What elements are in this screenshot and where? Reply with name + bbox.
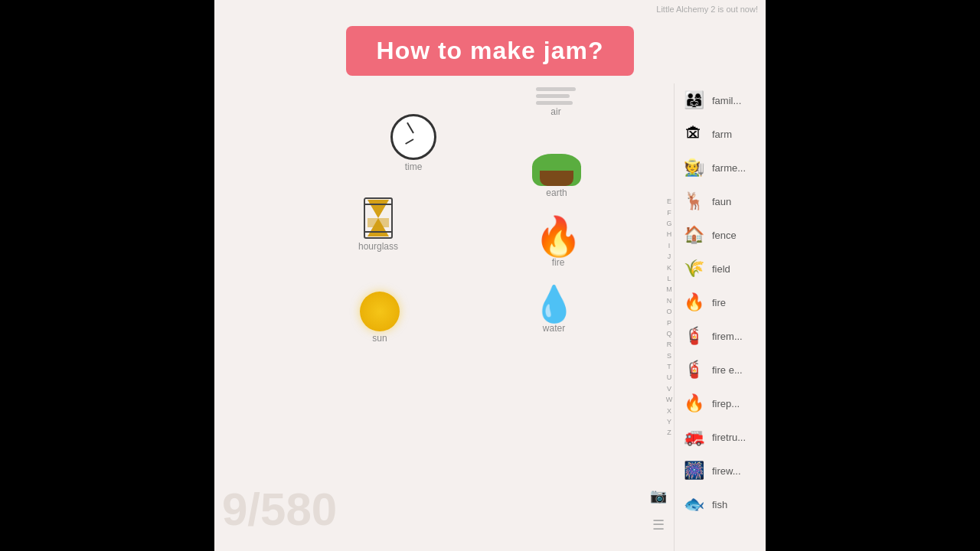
alpha-letter-i[interactable]: I <box>668 240 671 251</box>
alpha-letter-f[interactable]: F <box>667 207 671 218</box>
app-container: Little Alchemy 2 is out now! How to make… <box>214 0 766 551</box>
sidebar-item-fish[interactable]: 🐟fish <box>675 487 766 521</box>
faun-label: faun <box>712 196 731 207</box>
alpha-letter-v[interactable]: V <box>667 383 671 394</box>
fire-icon: 🔥 <box>534 217 582 256</box>
firetruck-label: firetru... <box>712 432 746 443</box>
sun-label: sun <box>372 333 387 344</box>
water-label: water <box>543 323 565 334</box>
alpha-letter-l[interactable]: L <box>667 273 671 284</box>
sidebar-item-fence[interactable]: 🏠fence <box>675 218 766 252</box>
air-icon <box>536 87 576 105</box>
sidebar-item-firetruck[interactable]: 🚒firetru... <box>675 420 766 454</box>
alpha-letter-g[interactable]: G <box>666 218 671 229</box>
title-row: How to make jam? <box>214 18 766 76</box>
canvas-element-air[interactable]: air <box>536 87 576 117</box>
fire-icon: 🔥 <box>680 289 707 316</box>
canvas-element-sun[interactable]: sun <box>360 292 400 344</box>
sidebar-item-field[interactable]: 🌾field <box>675 252 766 285</box>
canvas-element-time[interactable]: time <box>390 114 436 172</box>
alpha-letter-m[interactable]: M <box>666 284 672 295</box>
alpha-letter-w[interactable]: W <box>666 394 673 405</box>
faun-icon: 🦌 <box>680 187 707 215</box>
firetruck-icon: 🚒 <box>680 423 707 451</box>
left-black-bar <box>0 0 214 551</box>
farm-icon: 🏚 <box>680 120 707 148</box>
alpha-letter-x[interactable]: X <box>667 406 671 416</box>
canvas-element-water[interactable]: 💧 water <box>532 286 576 334</box>
air-label: air <box>550 106 560 117</box>
farmer-label: farme... <box>712 162 746 174</box>
alphabet-nav[interactable]: EFGHIJKLMNOPQRSTUVWXYZ <box>663 83 675 551</box>
hourglass-icon <box>361 197 395 240</box>
farmer-icon: 🧑‍🌾 <box>680 154 707 181</box>
svg-marker-1 <box>368 200 389 218</box>
sidebar-list[interactable]: 👨‍👩‍👧famil...🏚farm🧑‍🌾farme...🦌faun🏠fence… <box>675 83 766 551</box>
title-banner: How to make jam? <box>346 26 635 76</box>
fence-icon: 🏠 <box>680 221 707 249</box>
fireman-label: firem... <box>712 331 743 342</box>
title-text: How to make jam? <box>377 37 604 64</box>
svg-rect-3 <box>368 218 389 227</box>
earth-label: earth <box>546 187 567 198</box>
farm-label: farm <box>712 129 732 140</box>
top-bar: Little Alchemy 2 is out now! <box>214 0 766 18</box>
main-area: time hourglass sun <box>214 83 766 551</box>
sidebar-item-fireman[interactable]: 🧯firem... <box>675 319 766 353</box>
fire_extinguisher-label: fire e... <box>712 364 743 376</box>
sun-icon <box>360 292 400 331</box>
sidebar-item-fire[interactable]: 🔥fire <box>675 285 766 319</box>
play-area[interactable]: time hourglass sun <box>214 83 674 551</box>
sidebar-item-faun[interactable]: 🦌faun <box>675 184 766 218</box>
alpha-letter-z[interactable]: Z <box>667 427 671 438</box>
alpha-letter-y[interactable]: Y <box>667 416 671 427</box>
fire-label: fire <box>552 257 565 268</box>
sidebar-item-farm[interactable]: 🏚farm <box>675 117 766 151</box>
sidebar: 👨‍👩‍👧famil...🏚farm🧑‍🌾farme...🦌faun🏠fence… <box>674 83 766 551</box>
fireman-icon: 🧯 <box>680 322 707 350</box>
alpha-letter-r[interactable]: R <box>667 339 672 350</box>
alpha-letter-s[interactable]: S <box>667 350 671 361</box>
time-label: time <box>405 161 423 172</box>
fish-label: fish <box>712 499 727 510</box>
alpha-letter-e[interactable]: E <box>667 196 671 207</box>
element-counter: 9/580 <box>222 483 337 536</box>
fireplace-label: firep... <box>712 398 740 409</box>
canvas-element-earth[interactable]: earth <box>532 145 581 198</box>
canvas-element-fire[interactable]: 🔥 fire <box>534 217 582 268</box>
family-icon: 👨‍👩‍👧 <box>680 86 707 114</box>
topbar-text: Little Alchemy 2 is out now! <box>656 5 758 14</box>
alpha-letter-j[interactable]: J <box>668 251 671 262</box>
field-icon: 🌾 <box>680 255 707 282</box>
fish-icon: 🐟 <box>680 491 707 518</box>
fireworks-label: firew... <box>712 465 741 477</box>
water-icon: 💧 <box>532 286 576 321</box>
hourglass-label: hourglass <box>358 241 398 252</box>
family-label: famil... <box>712 95 741 106</box>
fire_extinguisher-icon: 🧯 <box>680 356 707 383</box>
alpha-letter-p[interactable]: P <box>667 318 671 328</box>
alpha-letter-h[interactable]: H <box>667 229 672 240</box>
alpha-letter-u[interactable]: U <box>667 372 672 383</box>
right-black-bar <box>766 0 980 551</box>
alpha-letter-k[interactable]: K <box>667 262 671 273</box>
fence-label: fence <box>712 230 737 241</box>
fireworks-icon: 🎆 <box>680 457 707 484</box>
sidebar-item-family[interactable]: 👨‍👩‍👧famil... <box>675 83 766 117</box>
field-label: field <box>712 263 730 275</box>
clock-icon <box>390 114 436 160</box>
sidebar-item-farmer[interactable]: 🧑‍🌾farme... <box>675 151 766 184</box>
alpha-letter-n[interactable]: N <box>667 295 672 306</box>
alpha-letter-t[interactable]: T <box>667 361 671 372</box>
alpha-letter-q[interactable]: Q <box>666 328 671 339</box>
sidebar-item-fireworks[interactable]: 🎆firew... <box>675 454 766 487</box>
sidebar-item-fire_extinguisher[interactable]: 🧯fire e... <box>675 353 766 386</box>
canvas-element-hourglass[interactable]: hourglass <box>358 197 398 252</box>
fireplace-icon: 🔥 <box>680 390 707 417</box>
earth-icon <box>532 145 581 186</box>
fire-label: fire <box>712 297 726 308</box>
sidebar-item-fireplace[interactable]: 🔥firep... <box>675 386 766 420</box>
alpha-letter-o[interactable]: O <box>666 306 671 317</box>
